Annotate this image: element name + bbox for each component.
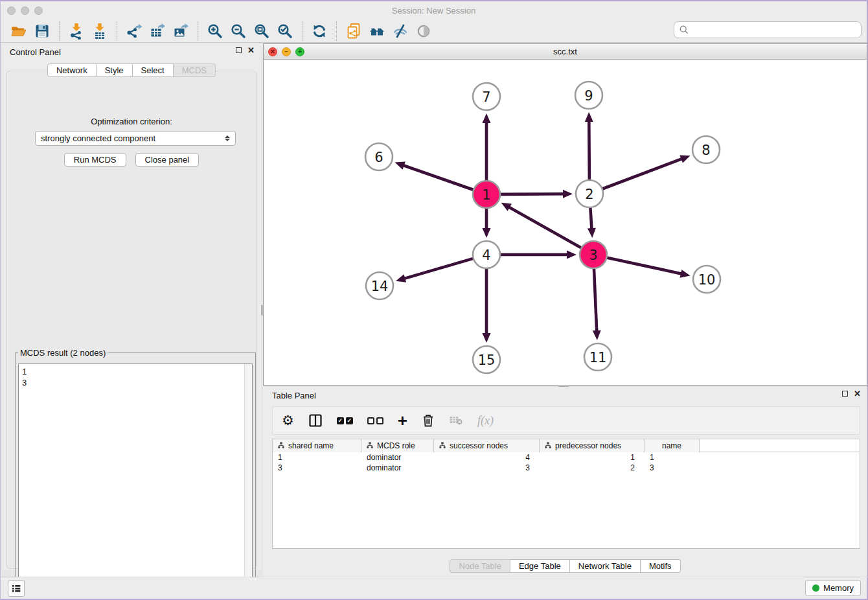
graph-edge-arrowhead	[395, 161, 405, 169]
graph-edge-3-1[interactable]	[508, 207, 581, 248]
close-panel-icon[interactable]: ✕	[247, 47, 255, 53]
graph-edge-2-9[interactable]	[589, 120, 589, 179]
search-icon	[679, 25, 689, 35]
tab-select[interactable]: Select	[133, 63, 174, 77]
tab-motifs[interactable]: Motifs	[641, 559, 681, 573]
show-graphics-details-icon[interactable]	[414, 21, 433, 41]
toolbar-separator	[336, 21, 337, 41]
export-image-icon[interactable]	[171, 21, 190, 41]
column-header-mcds-role[interactable]: MCDS role	[361, 439, 434, 452]
mcds-result-title: MCDS result (2 nodes)	[18, 348, 108, 358]
graph-edge-arrowhead	[483, 113, 491, 123]
mcds-result-line: 1	[22, 366, 249, 377]
toolbar-separator	[198, 21, 198, 41]
cell-successor-nodes[interactable]: 3	[434, 463, 540, 473]
table-row[interactable]: 3dominator323	[273, 463, 860, 473]
save-session-icon[interactable]	[32, 21, 52, 41]
main-toolbar	[1, 19, 867, 43]
export-table-icon[interactable]	[148, 21, 167, 41]
graph-edge-2-3[interactable]	[590, 208, 591, 230]
clone-network-icon[interactable]	[344, 21, 363, 41]
zoom-out-icon[interactable]	[229, 21, 248, 41]
float-table-panel-icon[interactable]	[842, 391, 848, 397]
graph-edge-2-8[interactable]	[603, 158, 683, 189]
control-panel-tabs: NetworkStyleSelectMCDS	[2, 63, 261, 77]
zoom-selected-icon[interactable]	[275, 21, 295, 41]
result-scrollbar[interactable]	[244, 364, 252, 592]
task-history-button[interactable]	[8, 580, 25, 597]
create-column-icon[interactable]: +	[398, 412, 407, 429]
node-table-body: 1dominator4113dominator323	[273, 452, 860, 473]
node-table: shared nameMCDS rolesuccessor nodesprede…	[272, 439, 860, 549]
graph-edge-3-10[interactable]	[607, 258, 682, 274]
cell-successor-nodes[interactable]: 4	[434, 452, 540, 463]
application-window: Session: New Session	[0, 0, 868, 600]
tab-style[interactable]: Style	[97, 63, 133, 77]
cell-shared-name[interactable]: 3	[273, 463, 361, 473]
node-table-header-row: shared nameMCDS rolesuccessor nodesprede…	[273, 439, 860, 452]
export-network-icon[interactable]	[124, 21, 144, 41]
network-canvas[interactable]: 7968124314101511	[264, 60, 867, 385]
memory-button[interactable]: Memory	[805, 580, 861, 596]
tab-mcds[interactable]: MCDS	[174, 63, 216, 77]
title-bar: Session: New Session	[1, 1, 867, 19]
optimization-criterion-select[interactable]: strongly connected component	[35, 131, 236, 146]
cell-name[interactable]: 1	[645, 452, 700, 463]
list-icon	[11, 583, 21, 594]
column-header-name[interactable]: name	[645, 439, 700, 452]
float-panel-icon[interactable]	[236, 47, 242, 53]
select-all-columns-icon[interactable]: ✓✓	[337, 412, 353, 429]
column-tree-icon	[439, 441, 446, 450]
delete-column-icon[interactable]	[422, 412, 435, 429]
cell-predecessor-nodes[interactable]: 1	[540, 452, 645, 463]
import-table-icon[interactable]	[90, 21, 109, 41]
show-column-icon[interactable]	[308, 412, 323, 429]
zoom-fit-icon[interactable]	[252, 21, 271, 41]
table-options-gear-icon[interactable]: ⚙	[282, 412, 294, 429]
control-panel: Control Panel ✕ Optimization criterion: …	[2, 43, 261, 570]
search-input[interactable]	[674, 21, 862, 38]
cell-predecessor-nodes[interactable]: 2	[540, 463, 645, 473]
unselect-all-columns-icon[interactable]	[367, 412, 383, 429]
graph-edge-arrowhead	[585, 112, 593, 122]
tab-network-table[interactable]: Network Table	[570, 559, 641, 573]
graph-node-label-3: 3	[589, 248, 597, 263]
graph-node-label-10: 10	[698, 272, 716, 288]
mcds-result-box[interactable]: 13	[18, 363, 253, 592]
cell-mcds-role[interactable]: dominator	[361, 463, 434, 473]
graph-edge-1-6[interactable]	[402, 165, 473, 190]
mcds-result-fieldset: MCDS result (2 nodes) 13	[15, 348, 256, 597]
column-header-predecessor-nodes[interactable]: predecessor nodes	[540, 439, 645, 452]
tab-network[interactable]: Network	[47, 63, 97, 77]
run-mcds-button[interactable]: Run MCDS	[64, 153, 126, 167]
graph-node-label-8: 8	[702, 143, 710, 158]
graph-edge-1-2[interactable]	[501, 194, 565, 194]
close-panel-button[interactable]: Close panel	[135, 153, 200, 167]
vertical-splitter-handle[interactable]	[261, 305, 263, 316]
homes-icon[interactable]	[367, 21, 387, 41]
hide-graphics-details-icon[interactable]	[391, 21, 410, 41]
table-row[interactable]: 1dominator411	[273, 452, 860, 463]
import-network-icon[interactable]	[67, 21, 86, 41]
column-header-label: successor nodes	[450, 441, 508, 450]
mcds-result-line: 3	[22, 377, 249, 388]
status-bar: Memory	[1, 577, 867, 599]
column-header-shared-name[interactable]: shared name	[273, 439, 361, 452]
zoom-in-icon[interactable]	[205, 21, 225, 41]
graph-edge-arrowhead	[593, 330, 601, 340]
cell-mcds-role[interactable]: dominator	[361, 452, 434, 463]
graph-edge-arrowhead	[567, 251, 577, 259]
graph-edge-3-11[interactable]	[594, 269, 597, 332]
column-header-label: shared name	[288, 441, 334, 450]
graph-edge-4-14[interactable]	[403, 259, 472, 279]
tab-edge-table[interactable]: Edge Table	[510, 559, 570, 573]
search-field[interactable]	[689, 23, 861, 36]
tab-node-table[interactable]: Node Table	[450, 559, 510, 573]
cell-shared-name[interactable]: 1	[273, 452, 361, 463]
graph-edge-arrowhead	[483, 228, 491, 238]
open-session-icon[interactable]	[9, 21, 29, 41]
apply-layout-icon[interactable]	[310, 21, 329, 41]
cell-name[interactable]: 3	[645, 463, 700, 473]
close-table-panel-icon[interactable]: ✕	[854, 391, 861, 397]
column-header-successor-nodes[interactable]: successor nodes	[434, 439, 540, 452]
